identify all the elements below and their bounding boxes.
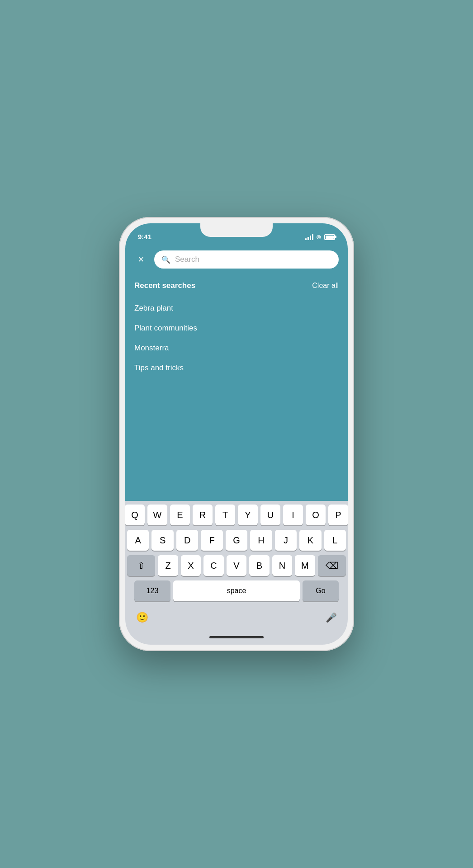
close-button[interactable]: × [134, 254, 148, 265]
recent-searches-header: Recent searches Clear all [134, 281, 339, 290]
key-q[interactable]: Q [125, 505, 145, 525]
search-items-list: Zebra plant Plant communities Monsterra … [134, 298, 339, 378]
status-icons: ⊜ [305, 233, 335, 241]
delete-key[interactable]: ⌫ [318, 555, 346, 576]
key-c[interactable]: C [203, 555, 223, 576]
key-l[interactable]: L [324, 530, 346, 551]
key-m[interactable]: M [295, 555, 315, 576]
key-w[interactable]: W [147, 505, 167, 525]
keyboard-bottom-bar: 🙂 🎤 [127, 606, 346, 629]
key-h[interactable]: H [250, 530, 272, 551]
search-item-monsterra[interactable]: Monsterra [134, 338, 339, 358]
battery-icon [324, 234, 335, 240]
keyboard-row-2: A S D F G H J K L [127, 530, 346, 551]
key-n[interactable]: N [272, 555, 292, 576]
key-j[interactable]: J [275, 530, 297, 551]
search-row: × 🔍 Search [134, 250, 339, 269]
key-r[interactable]: R [193, 505, 213, 525]
wifi-icon: ⊜ [316, 233, 322, 241]
keyboard-row-3: ⇧ Z X C V B N M ⌫ [127, 555, 346, 576]
key-f[interactable]: F [201, 530, 222, 551]
home-indicator [209, 636, 264, 638]
number-key[interactable]: 123 [134, 580, 170, 601]
search-item-zebra[interactable]: Zebra plant [134, 298, 339, 318]
search-input[interactable]: Search [175, 255, 199, 264]
key-i[interactable]: I [283, 505, 303, 525]
phone-screen: 9:41 ⊜ × 🔍 Search [125, 223, 348, 645]
search-item-communities[interactable]: Plant communities [134, 318, 339, 338]
key-y[interactable]: Y [238, 505, 258, 525]
key-t[interactable]: T [215, 505, 235, 525]
status-time: 9:41 [138, 233, 151, 241]
key-x[interactable]: X [181, 555, 201, 576]
keyboard-row-1: Q W E R T Y U I O P [127, 505, 346, 525]
space-key[interactable]: space [173, 580, 300, 601]
key-g[interactable]: G [226, 530, 247, 551]
key-o[interactable]: O [306, 505, 326, 525]
key-u[interactable]: U [260, 505, 280, 525]
microphone-icon[interactable]: 🎤 [326, 612, 337, 623]
emoji-icon[interactable]: 🙂 [136, 612, 148, 623]
key-d[interactable]: D [176, 530, 198, 551]
notch [200, 223, 273, 237]
search-icon: 🔍 [161, 255, 170, 264]
key-v[interactable]: V [227, 555, 246, 576]
app-content: × 🔍 Search Recent searches Clear all Zeb… [125, 243, 348, 501]
home-indicator-area [125, 629, 348, 645]
key-e[interactable]: E [170, 505, 190, 525]
key-a[interactable]: A [127, 530, 149, 551]
key-s[interactable]: S [151, 530, 173, 551]
recent-searches-title: Recent searches [134, 281, 195, 290]
key-p[interactable]: P [328, 505, 348, 525]
keyboard: Q W E R T Y U I O P A S D F G H J K [125, 501, 348, 629]
key-b[interactable]: B [249, 555, 269, 576]
shift-key[interactable]: ⇧ [127, 555, 155, 576]
phone-frame: 9:41 ⊜ × 🔍 Search [119, 217, 354, 651]
key-k[interactable]: K [299, 530, 321, 551]
keyboard-row-4: 123 space Go [127, 580, 346, 601]
key-z[interactable]: Z [158, 555, 178, 576]
search-bar[interactable]: 🔍 Search [154, 250, 339, 269]
search-item-tips[interactable]: Tips and tricks [134, 358, 339, 378]
go-key[interactable]: Go [303, 580, 339, 601]
clear-all-button[interactable]: Clear all [312, 282, 339, 290]
signal-icon [305, 234, 313, 240]
